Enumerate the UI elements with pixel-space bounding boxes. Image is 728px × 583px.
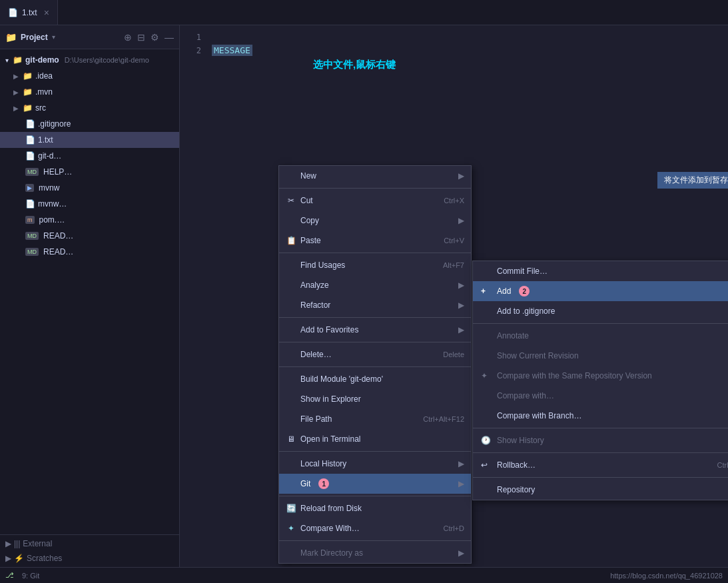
tree-label-src: src [35, 103, 46, 113]
submenu-item-commit-file[interactable]: Commit File… [473, 261, 728, 281]
menu-label-open-terminal: Open in Terminal [300, 434, 361, 444]
tree-item-gitignore[interactable]: 📄 .gitignore [0, 116, 179, 132]
menu-label-file-path: File Path [300, 414, 332, 424]
menu-label-analyze: Analyze [300, 281, 329, 290]
menu-item-git[interactable]: Git 1 ▶ Commit File… + Add [279, 474, 471, 494]
tree-item-mvn[interactable]: ▶ 📁 .mvn [0, 84, 179, 100]
menu-label-show-in-explorer: Show in Explorer [300, 394, 361, 404]
reload-icon: 🔄 [286, 504, 296, 513]
menu-item-cut[interactable]: ✂ Cut Ctrl+X [279, 191, 471, 211]
tree-item-mvnw[interactable]: ▶ mvnw [0, 180, 179, 196]
menu-label-compare-with: Compare With… [300, 524, 360, 533]
submenu-arrow-git: ▶ [458, 479, 464, 488]
delete-shortcut: Delete [443, 350, 464, 358]
submenu-item-rollback[interactable]: ↩ Rollback… Ctrl+Alt+Z [473, 455, 728, 475]
tree-label-git-demo: git-demo [25, 55, 59, 65]
submenu-item-compare-branch[interactable]: Compare with Branch… [473, 406, 728, 426]
menu-item-copy[interactable]: Copy ▶ [279, 211, 471, 231]
menu-label-new: New [300, 171, 316, 181]
tree-label-readme1: READ… [43, 231, 73, 241]
menu-item-show-in-explorer[interactable]: Show in Explorer [279, 389, 471, 409]
submenu-item-compare-same-repo: ✦ Compare with the Same Repository Versi… [473, 366, 728, 386]
menu-item-add-to-favorites[interactable]: Add to Favorites ▶ [279, 320, 471, 340]
tree-item-1txt[interactable]: 📄 1.txt [0, 132, 179, 148]
tree-label-idea: .idea [35, 71, 53, 81]
terminal-icon: 🖥 [286, 434, 296, 444]
cut-shortcut: Ctrl+X [444, 197, 464, 205]
tree-label-mvn: .mvn [35, 87, 53, 97]
code-line-2: MESSAGE [212, 44, 723, 57]
menu-item-build-module[interactable]: Build Module 'git-demo' [279, 369, 471, 389]
file-tab-icon: 📄 [8, 8, 18, 17]
submenu-item-add[interactable]: + Add 2 [473, 281, 728, 301]
tree-label-mvnw: mvnw [39, 183, 59, 193]
submenu-label-show-current-revision: Show Current Revision [497, 351, 579, 360]
submenu-label-compare-same-repo: Compare with the Same Repository Version [497, 371, 652, 380]
menu-item-delete[interactable]: Delete… Delete [279, 344, 471, 364]
menu-separator-2 [279, 253, 471, 253]
tree-container: ▾ 📁 git-demo D:\Users\gitcode\git-demo ▶… [0, 49, 179, 534]
minimize-icon[interactable]: — [165, 32, 174, 43]
submenu-label-repository: Repository [497, 485, 535, 494]
menu-label-delete: Delete… [300, 350, 332, 359]
rollback-icon: ↩ [481, 460, 492, 470]
sidebar-item-external[interactable]: ▶ ||| External [0, 536, 179, 551]
menu-item-analyze[interactable]: Analyze ▶ [279, 275, 471, 295]
menu-item-paste[interactable]: 📋 Paste Ctrl+V [279, 231, 471, 251]
tree-item-idea[interactable]: ▶ 📁 .idea [0, 68, 179, 84]
sidebar-header: 📁 Project ▾ ⊕ ⊟ ⚙ — [0, 25, 179, 49]
sidebar-title: Project [21, 33, 48, 42]
tree-item-help[interactable]: MD HELP… [0, 164, 179, 180]
file-badge-pom: m [25, 216, 35, 224]
submenu-separator-4 [473, 477, 728, 478]
code-line-1 [212, 31, 723, 44]
arrow-icon: ▶ [13, 105, 19, 112]
menu-item-local-history[interactable]: Local History ▶ [279, 454, 471, 474]
add-icon[interactable]: ⊕ [124, 32, 132, 43]
sidebar-item-scratches[interactable]: ▶ ⚡ Scratches [0, 551, 179, 566]
tab-close-button[interactable]: × [44, 7, 49, 18]
tree-item-pom[interactable]: m pom.… [0, 212, 179, 228]
menu-item-refactor[interactable]: Refactor ▶ [279, 295, 471, 315]
submenu-item-add-gitignore[interactable]: Add to .gitignore ▶ [473, 301, 728, 321]
menu-separator-4 [279, 342, 471, 342]
line-number-2: 2 [185, 44, 201, 57]
tree-path-git-demo: D:\Users\gitcode\git-demo [65, 56, 149, 64]
menu-item-find-usages[interactable]: Find Usages Alt+F7 [279, 255, 471, 275]
submenu-label-add-gitignore: Add to .gitignore [497, 306, 555, 316]
menu-item-open-terminal[interactable]: 🖥 Open in Terminal [279, 429, 471, 449]
menu-item-file-path[interactable]: File Path Ctrl+Alt+F12 [279, 409, 471, 429]
file-icon-1txt: 📄 [25, 135, 35, 145]
tab-1txt[interactable]: 📄 1.txt × [0, 0, 58, 25]
external-label: External [23, 539, 52, 548]
code-keyword: MESSAGE [212, 45, 252, 56]
menu-item-mark-directory: Mark Directory as ▶ [279, 543, 471, 563]
menu-item-compare-with[interactable]: ✦ Compare With… Ctrl+D [279, 518, 471, 538]
menu-item-new[interactable]: New ▶ [279, 166, 471, 186]
tree-item-git-demo[interactable]: ▾ 📁 git-demo D:\Users\gitcode\git-demo [0, 52, 179, 68]
tree-item-src[interactable]: ▶ 📁 src [0, 100, 179, 116]
layout-icon[interactable]: ⊟ [137, 32, 145, 43]
git-status-label[interactable]: 9: Git [22, 572, 39, 580]
tree-item-gitd[interactable]: 📄 git-d… [0, 148, 179, 164]
arrow-icon: ▶ [13, 89, 19, 96]
submenu-label-commit-file: Commit File… [497, 267, 547, 276]
submenu-arrow-copy: ▶ [458, 216, 464, 225]
tree-item-readme2[interactable]: MD READ… [0, 244, 179, 260]
submenu-item-show-current-revision: Show Current Revision [473, 346, 728, 366]
git-status-icon: ⎇ [5, 571, 14, 580]
menu-separator-3 [279, 317, 471, 318]
tree-label-pom: pom.… [39, 215, 65, 225]
settings-icon[interactable]: ⚙ [151, 32, 159, 43]
paste-icon: 📋 [286, 236, 296, 245]
compare-repo-icon: ✦ [481, 371, 492, 380]
submenu-item-repository[interactable]: Repository ▶ [473, 480, 728, 500]
tree-item-readme1[interactable]: MD READ… [0, 228, 179, 244]
sidebar-bottom: ▶ ||| External ▶ ⚡ Scratches [0, 534, 179, 567]
menu-item-reload-disk[interactable]: 🔄 Reload from Disk [279, 498, 471, 518]
project-folder-icon: 📁 [5, 32, 17, 43]
tree-item-mvnw2[interactable]: 📄 mvnw… [0, 196, 179, 212]
menu-label-cut: Cut [300, 196, 313, 205]
menu-label-reload-disk: Reload from Disk [300, 504, 362, 513]
file-icon-gitignore: 📄 [25, 119, 35, 129]
